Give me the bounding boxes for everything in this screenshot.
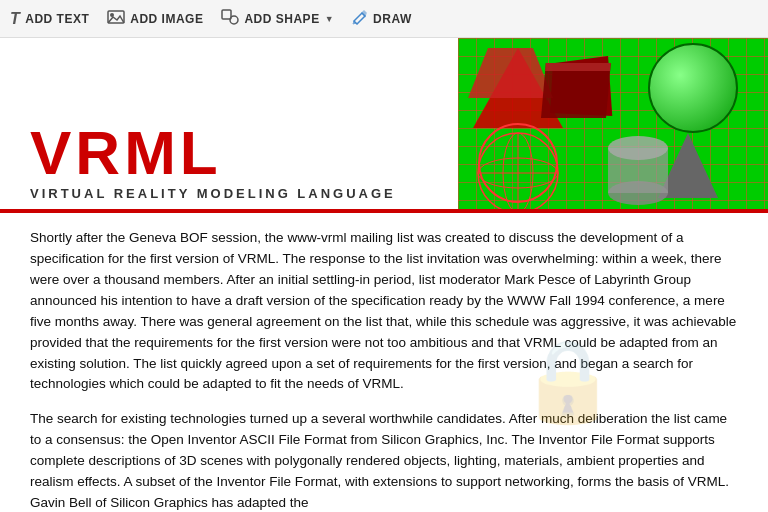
vrml-subtitle: VIRTUAL REALITY MODELING LANGUAGE (30, 186, 458, 201)
3d-shapes (458, 38, 768, 213)
add-image-button[interactable]: ADD IMAGE (107, 10, 203, 27)
header-image (458, 38, 768, 213)
paragraph-1: Shortly after the Geneva BOF session, th… (30, 228, 738, 395)
box-shape (550, 56, 612, 116)
cone-shape (658, 133, 718, 198)
paragraph-2: The search for existing technologies tur… (30, 409, 738, 512)
add-text-label: ADD TEXT (25, 12, 89, 26)
add-text-button[interactable]: T ADD TEXT (10, 10, 89, 28)
sphere-shape (648, 43, 738, 133)
draw-button[interactable]: DRAW (352, 9, 412, 28)
content-area: VRML VIRTUAL REALITY MODELING LANGUAGE (0, 38, 768, 512)
text-icon: T (10, 10, 20, 28)
svg-point-3 (230, 16, 238, 24)
pyramid-shape (473, 48, 563, 128)
body-text-area: 🔒 Shortly after the Geneva BOF session, … (0, 213, 768, 512)
vrml-title: VRML (30, 122, 458, 184)
draw-label: DRAW (373, 12, 412, 26)
add-shape-label: ADD SHAPE (244, 12, 319, 26)
image-icon (107, 10, 125, 27)
wireframe-sphere (478, 123, 558, 203)
header-left: VRML VIRTUAL REALITY MODELING LANGUAGE (0, 38, 458, 209)
add-image-label: ADD IMAGE (130, 12, 203, 26)
add-shape-button[interactable]: ADD SHAPE ▼ (221, 9, 334, 28)
toolbar: T ADD TEXT ADD IMAGE ADD SHAPE ▼ (0, 0, 768, 38)
svg-rect-2 (222, 10, 231, 19)
pencil-icon (352, 9, 368, 28)
shape-icon (221, 9, 239, 28)
header-area: VRML VIRTUAL REALITY MODELING LANGUAGE (0, 38, 768, 213)
chevron-down-icon: ▼ (325, 14, 334, 24)
